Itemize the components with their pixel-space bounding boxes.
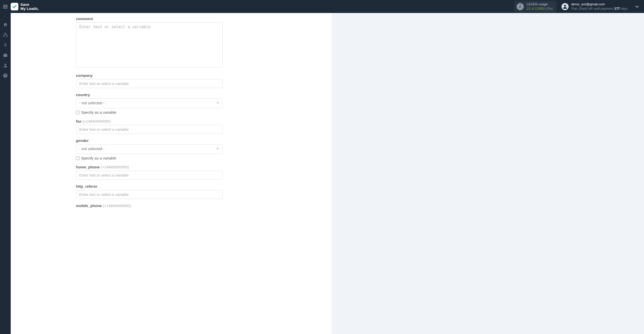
chevron-down-icon	[635, 4, 639, 9]
main: comment company country - not selected -	[11, 13, 644, 334]
leads-usage-text: LEADS usage: 22 of 13'850 (0%)	[527, 2, 553, 11]
brand-text: Save My Leads.	[20, 3, 39, 11]
label-comment: comment	[76, 17, 223, 21]
field-comment: comment	[76, 17, 223, 69]
label-fax-text: fax	[76, 119, 82, 123]
brand-line1: Save	[20, 3, 39, 7]
sitemap-icon	[3, 32, 8, 37]
svg-rect-2	[3, 8, 8, 8]
plan-days: 177	[614, 7, 620, 10]
user-solid-icon	[3, 63, 8, 68]
user-plan: Plan |Start| left until payment 177 days	[571, 7, 628, 11]
leads-total: 13'850	[535, 7, 545, 10]
label-country: country	[76, 93, 223, 97]
header-collapse[interactable]	[635, 4, 639, 9]
user-icon	[562, 4, 568, 9]
label-http-referer: http_referer	[76, 184, 223, 188]
sidebar-item-briefcase[interactable]	[0, 50, 11, 60]
label-mobile-phone-hint: (+14840000000)	[103, 204, 131, 208]
field-mobile-phone: mobile_phone (+14840000000)	[76, 204, 223, 208]
field-http-referer: http_referer	[76, 184, 223, 199]
user-email: demo_sml@gmail.com	[571, 2, 628, 6]
check-label: Specify as a variable	[81, 110, 116, 114]
label-company: company	[76, 73, 223, 78]
plan-prefix: Plan |Start| left until payment	[571, 7, 614, 10]
check-country-variable[interactable]: Specify as a variable	[76, 110, 223, 114]
leads-usage-badge[interactable]: i LEADS usage: 22 of 13'850 (0%)	[514, 1, 556, 12]
menu-toggle[interactable]	[0, 0, 11, 13]
home-icon	[3, 22, 8, 27]
sidebar	[0, 13, 11, 334]
brand-line2: My Leads.	[20, 7, 39, 11]
label-home-phone: home_phone (+14840000000)	[76, 165, 223, 169]
sidebar-item-home[interactable]	[0, 20, 11, 30]
input-fax[interactable]	[76, 125, 223, 134]
brand-mark	[11, 3, 18, 10]
sidebar-item-connections[interactable]	[0, 30, 11, 40]
field-home-phone: home_phone (+14840000000)	[76, 165, 223, 180]
input-home-phone[interactable]	[76, 171, 223, 180]
leads-pct: (0%)	[546, 7, 553, 10]
check-gender-variable[interactable]: Specify as a variable	[76, 156, 223, 160]
label-fax: fax (+14840000000)	[76, 119, 223, 123]
label-home-phone-hint: (+14840000000)	[101, 165, 129, 169]
svg-point-7	[5, 64, 6, 65]
app-header: Save My Leads. i LEADS usage: 22 of 13'8…	[0, 0, 644, 13]
form-card: comment company country - not selected -	[11, 13, 332, 334]
input-comment[interactable]	[76, 22, 223, 68]
avatar	[561, 3, 569, 10]
field-company: company	[76, 73, 223, 88]
check-label: Specify as a variable	[81, 156, 116, 160]
check-icon	[12, 4, 17, 9]
select-gender[interactable]: - not selected -	[76, 144, 223, 154]
field-country: country - not selected - Specify as a va…	[76, 93, 223, 114]
user-menu[interactable]: demo_sml@gmail.com Plan |Start| left unt…	[561, 2, 628, 11]
briefcase-icon	[3, 53, 8, 58]
help-icon	[3, 73, 8, 78]
field-gender: gender - not selected - Specify as a var…	[76, 138, 223, 160]
brand[interactable]: Save My Leads.	[11, 3, 39, 11]
sidebar-item-help[interactable]	[0, 70, 11, 81]
label-home-phone-text: home_phone	[76, 165, 100, 169]
svg-rect-6	[6, 36, 7, 37]
svg-point-3	[564, 5, 566, 6]
checkbox-gender-variable[interactable]	[76, 156, 79, 160]
hamburger-icon	[3, 4, 8, 9]
leads-used: 22	[527, 7, 530, 10]
info-icon: i	[517, 3, 524, 10]
dollar-icon	[3, 42, 8, 48]
input-company[interactable]	[76, 79, 223, 88]
label-mobile-phone-text: mobile_phone	[76, 204, 102, 208]
leads-of: of	[531, 7, 534, 10]
sidebar-item-billing[interactable]	[0, 40, 11, 50]
input-http-referer[interactable]	[76, 190, 223, 199]
checkbox-country-variable[interactable]	[76, 111, 79, 114]
label-gender: gender	[76, 138, 223, 143]
plan-suffix: days	[620, 7, 628, 10]
select-country[interactable]: - not selected -	[76, 98, 223, 108]
leads-usage-title: LEADS usage:	[527, 2, 553, 6]
label-mobile-phone: mobile_phone (+14840000000)	[76, 204, 223, 208]
user-info: demo_sml@gmail.com Plan |Start| left unt…	[571, 2, 628, 11]
svg-rect-5	[3, 36, 5, 37]
svg-rect-0	[3, 5, 8, 5]
svg-rect-1	[3, 6, 8, 7]
svg-rect-4	[5, 33, 6, 34]
field-fax: fax (+14840000000)	[76, 119, 223, 134]
sidebar-item-profile[interactable]	[0, 60, 11, 70]
label-fax-hint: (+14840000000)	[83, 119, 111, 123]
